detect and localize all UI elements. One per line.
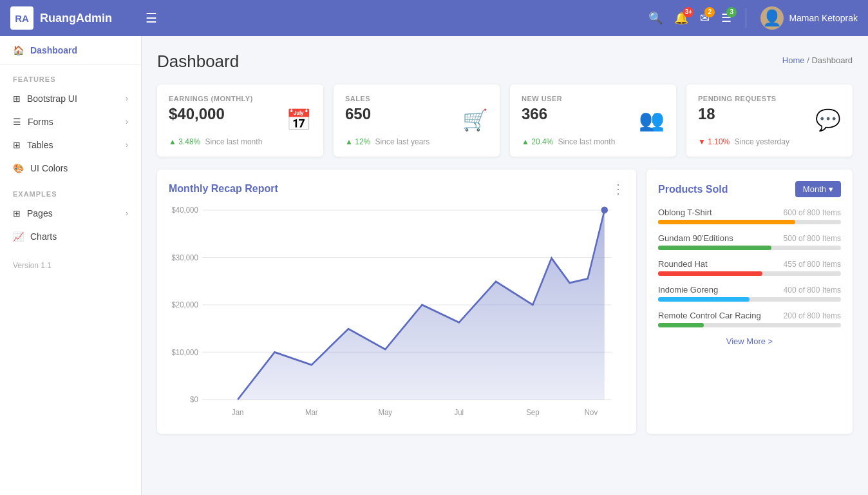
stat-icon-sales: 🛒 — [462, 108, 488, 132]
product-count: 500 of 800 Items — [784, 234, 841, 243]
svg-text:Nov: Nov — [585, 408, 598, 416]
stat-card-sales: SALES 650 🛒 ▲ 12% Since last years — [334, 84, 500, 157]
product-count: 200 of 800 Items — [784, 311, 841, 320]
sidebar-label-charts: Charts — [30, 231, 57, 242]
product-name: Remote Control Car Racing — [658, 311, 761, 320]
header-divider — [746, 8, 746, 28]
mail-button[interactable]: ✉ 2 — [700, 11, 710, 25]
product-name: Indomie Goreng — [658, 285, 718, 295]
product-count: 455 of 800 Items — [784, 260, 841, 269]
chart-card: Monthly Recap Report ⋮ $40,000 $30,000 $… — [157, 170, 636, 434]
stat-card-earnings: EARNINGS (MONTHLY) $40,000 📅 ▲ 3.48% Sin… — [157, 84, 323, 157]
progress-bar-fill — [658, 297, 750, 302]
product-count: 600 of 800 Items — [784, 208, 841, 217]
svg-text:$20,000: $20,000 — [171, 300, 198, 309]
svg-text:Sep: Sep — [526, 408, 540, 416]
chart-title: Monthly Recap Report — [169, 183, 278, 195]
svg-text:Jan: Jan — [232, 408, 243, 416]
stat-value-sales: 650 — [345, 105, 371, 123]
stat-icon-newuser: 👥 — [639, 108, 665, 132]
dashboard-icon: 🏠 — [13, 45, 24, 55]
chart-menu-icon[interactable]: ⋮ — [612, 181, 625, 197]
products-title: Products Sold — [658, 184, 728, 195]
user-menu[interactable]: 👤 Maman Ketoprak — [760, 6, 858, 30]
stat-change-earnings: ▲ 3.48% Since last month — [169, 137, 312, 146]
stat-value-newuser: 366 — [522, 105, 547, 123]
svg-text:$30,000: $30,000 — [171, 253, 198, 262]
stat-icon-earnings: 📅 — [286, 108, 312, 132]
svg-text:$10,000: $10,000 — [171, 348, 198, 356]
progress-bar-bg — [658, 246, 841, 250]
sidebar-label-pages: Pages — [27, 208, 53, 218]
product-name: Oblong T-Shirt — [658, 208, 712, 217]
sidebar-dashboard-label: Dashboard — [30, 45, 77, 55]
svg-text:$40,000: $40,000 — [171, 206, 198, 214]
tasks-button[interactable]: ☰ 3 — [721, 11, 731, 25]
stat-card-newuser: NEW USER 366 👥 ▲ 20.4% Since last month — [510, 84, 676, 157]
product-item: Gundam 90'Editions 500 of 800 Items — [658, 233, 841, 250]
logo-initials: RA — [15, 13, 29, 24]
tasks-badge: 3 — [726, 7, 737, 17]
search-icon-button[interactable]: 🔍 — [648, 11, 663, 25]
header-actions: 🔍 🔔 3+ ✉ 2 ☰ 3 👤 Maman Ketoprak — [648, 6, 858, 30]
chart-endpoint — [601, 206, 608, 213]
stat-change-pending: ▼ 1.10% Since yesterday — [698, 137, 841, 146]
charts-icon: 📈 — [13, 231, 24, 242]
progress-bar-fill — [658, 246, 771, 250]
stat-icon-pending: 💬 — [815, 108, 841, 132]
sidebar-item-pages[interactable]: ⊞ Pages › — [0, 202, 141, 225]
breadcrumb-separator: / — [807, 55, 809, 65]
progress-bar-bg — [658, 220, 841, 224]
sidebar-item-dashboard[interactable]: 🏠 Dashboard — [0, 36, 141, 65]
month-dropdown-button[interactable]: Month ▾ — [795, 181, 841, 197]
progress-bar-fill — [658, 220, 795, 224]
sidebar-version: Version 1.1 — [0, 248, 141, 270]
product-item: Rounded Hat 455 of 800 Items — [658, 259, 841, 276]
page-header: Dashboard Home / Dashboard — [157, 52, 853, 72]
view-more-link[interactable]: View More > — [658, 336, 841, 346]
notifications-button[interactable]: 🔔 3+ — [674, 11, 688, 25]
product-item: Oblong T-Shirt 600 of 800 Items — [658, 208, 841, 224]
stat-label-newuser: NEW USER — [522, 95, 665, 102]
svg-text:Jul: Jul — [455, 408, 464, 416]
chevron-right-icon: › — [126, 141, 128, 150]
chevron-right-icon: › — [126, 94, 128, 103]
sidebar: 🏠 Dashboard FEATURES ⊞ Bootstrap UI › ☰ … — [0, 36, 142, 495]
stat-change-newuser: ▲ 20.4% Since last month — [522, 137, 665, 146]
product-name: Gundam 90'Editions — [658, 233, 733, 243]
product-name: Rounded Hat — [658, 259, 708, 269]
bootstrap-icon: ⊞ — [13, 93, 21, 104]
progress-bar-bg — [658, 323, 841, 327]
progress-bar-bg — [658, 297, 841, 302]
header: RA RuangAdmin ☰ 🔍 🔔 3+ ✉ 2 ☰ 3 👤 Maman K… — [0, 0, 868, 36]
chevron-right-icon: › — [126, 117, 128, 126]
avatar: 👤 — [760, 6, 784, 30]
stat-card-pending: PENDING REQUESTS 18 💬 ▼ 1.10% Since yest… — [686, 84, 853, 157]
tables-icon: ⊞ — [13, 140, 21, 150]
products-header: Products Sold Month ▾ — [658, 181, 841, 197]
sidebar-item-bootstrap-ui[interactable]: ⊞ Bootstrap UI › — [0, 87, 141, 110]
hamburger-button[interactable]: ☰ — [146, 10, 157, 26]
sidebar-section-examples: EXAMPLES — [0, 180, 141, 202]
sidebar-label-forms: Forms — [28, 117, 53, 127]
sidebar-label-bootstrap: Bootstrap UI — [27, 93, 77, 104]
breadcrumb-current: Dashboard — [811, 55, 853, 65]
logo-box: RA — [10, 6, 33, 30]
bell-badge: 3+ — [683, 7, 693, 17]
sidebar-item-charts[interactable]: 📈 Charts — [0, 225, 141, 248]
sidebar-item-tables[interactable]: ⊞ Tables › — [0, 133, 141, 157]
page-title: Dashboard — [157, 52, 239, 72]
progress-bar-bg — [658, 271, 841, 276]
sidebar-item-forms[interactable]: ☰ Forms › — [0, 110, 141, 133]
sidebar-item-ui-colors[interactable]: 🎨 UI Colors — [0, 157, 141, 180]
product-count: 400 of 800 Items — [784, 286, 841, 295]
stat-change-sales: ▲ 12% Since last years — [345, 137, 488, 146]
stat-value-pending: 18 — [698, 105, 715, 123]
progress-bar-fill — [658, 271, 762, 276]
stat-label-sales: SALES — [345, 95, 488, 102]
header-logo: RA RuangAdmin — [10, 6, 139, 30]
forms-icon: ☰ — [13, 117, 21, 127]
mail-badge: 2 — [704, 7, 715, 17]
chart-area: $40,000 $30,000 $20,000 $10,000 $0 Jan M… — [169, 203, 625, 422]
breadcrumb-home[interactable]: Home — [782, 55, 805, 65]
